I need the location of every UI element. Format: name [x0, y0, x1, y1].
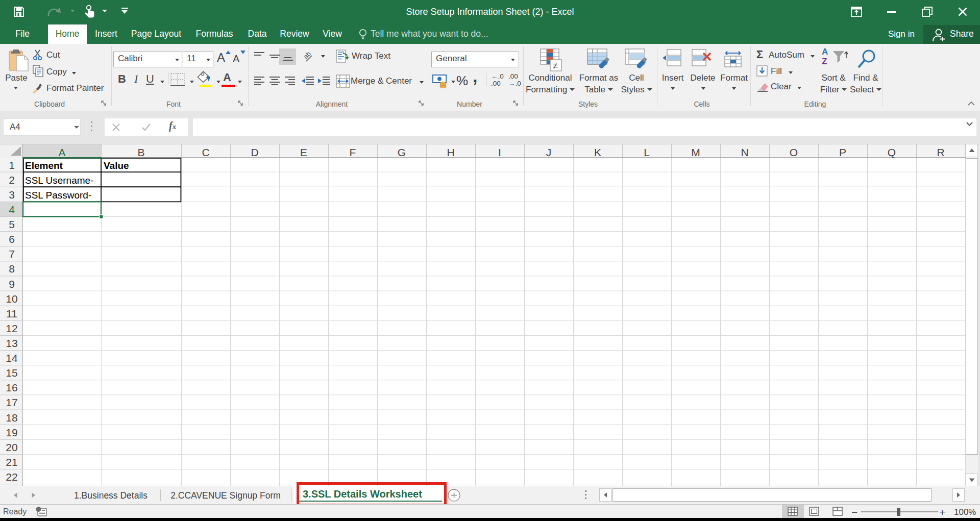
svg-text:21: 21	[6, 456, 17, 468]
svg-text:8: 8	[9, 263, 15, 275]
svg-text:9: 9	[9, 278, 15, 290]
svg-text:SSL Username-: SSL Username-	[25, 175, 93, 186]
svg-text:10: 10	[6, 293, 17, 305]
svg-text:J: J	[546, 146, 552, 158]
svg-text:D: D	[251, 146, 258, 158]
svg-text:11: 11	[6, 308, 17, 319]
svg-text:O: O	[790, 146, 798, 158]
svg-text:1: 1	[9, 159, 15, 171]
svg-text:17: 17	[6, 396, 17, 408]
svg-text:I: I	[498, 146, 501, 158]
svg-text:3: 3	[9, 189, 15, 201]
svg-text:C: C	[202, 146, 209, 158]
svg-text:6: 6	[9, 233, 15, 245]
svg-text:14: 14	[6, 352, 18, 364]
svg-text:B: B	[137, 146, 144, 158]
svg-text:SSL Password-: SSL Password-	[25, 190, 91, 201]
svg-text:≠: ≠	[553, 61, 557, 71]
svg-text:22: 22	[6, 471, 17, 483]
svg-text:R: R	[937, 146, 944, 158]
svg-text:P: P	[839, 146, 846, 158]
svg-text:4: 4	[9, 204, 15, 215]
svg-text:15: 15	[6, 367, 17, 379]
svg-text:N: N	[741, 146, 748, 158]
svg-text:12: 12	[6, 322, 17, 334]
svg-text:Q: Q	[888, 146, 896, 158]
svg-text:18: 18	[6, 412, 17, 424]
svg-text:20: 20	[6, 441, 17, 453]
svg-text:E: E	[300, 146, 307, 158]
svg-text:19: 19	[6, 427, 17, 438]
svg-text:16: 16	[6, 382, 17, 393]
svg-text:ab: ab	[304, 50, 312, 60]
svg-text:H: H	[447, 146, 454, 158]
svg-text:G: G	[398, 146, 406, 158]
svg-text:A: A	[58, 146, 65, 158]
svg-text:M: M	[691, 146, 700, 158]
svg-text:7: 7	[9, 248, 15, 260]
svg-text:2: 2	[9, 174, 15, 186]
svg-text:F: F	[350, 146, 356, 158]
svg-text:Element: Element	[25, 160, 63, 171]
svg-text:Value: Value	[104, 160, 129, 171]
svg-text:5: 5	[9, 218, 15, 230]
svg-text:L: L	[644, 146, 650, 158]
svg-text:K: K	[594, 146, 601, 158]
svg-text:13: 13	[6, 337, 17, 349]
